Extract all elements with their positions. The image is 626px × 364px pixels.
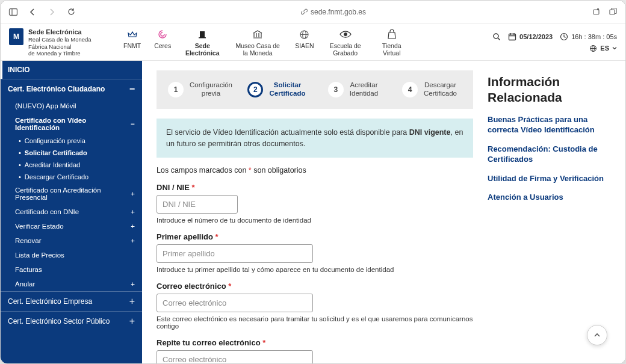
expand-icon: + <box>129 297 135 306</box>
email2-input[interactable] <box>156 350 313 363</box>
required-note: Los campos marcados con * son obligatori… <box>156 166 473 174</box>
email-label: Correo electrónico * <box>156 282 473 291</box>
info-notice: El servicio de Vídeo Identificación actu… <box>156 119 473 158</box>
email2-label: Repite tu correo electrónico * <box>156 338 473 347</box>
tabs-icon[interactable] <box>607 7 618 17</box>
svg-rect-4 <box>610 10 615 14</box>
nav-museo[interactable]: Museo Casa de la Moneda <box>234 28 282 57</box>
nav-escuela[interactable]: Escuela de Grabado <box>327 28 364 57</box>
lang-selector[interactable]: ES <box>589 44 617 52</box>
sidebar-renovar[interactable]: Renovar+ <box>1 233 142 248</box>
sidebar-verificar[interactable]: Verificar Estado+ <box>1 219 142 233</box>
expand-icon: + <box>131 190 135 197</box>
svg-rect-6 <box>199 37 206 39</box>
apellido-label: Primer apellido * <box>156 232 473 241</box>
clock-icon <box>560 32 568 41</box>
field-apellido: Primer apellido * Introduce tu primer ap… <box>156 232 473 273</box>
email-input[interactable] <box>156 294 313 312</box>
sidebar-home[interactable]: INICIO <box>1 61 142 79</box>
sidebar-cert-ciudadano[interactable]: Cert. Electrónico Ciudadano− <box>1 79 142 99</box>
nav-fnmt[interactable]: FNMT <box>123 28 141 57</box>
dni-input[interactable] <box>156 195 238 214</box>
browser-toolbar: sede.fnmt.gob.es <box>1 1 625 23</box>
sidebar-cert-sector[interactable]: Cert. Electrónico Sector Público+ <box>1 311 142 331</box>
apellido-input[interactable] <box>156 244 313 263</box>
sidebar-cert-acreditacion[interactable]: Certificado con Acreditación Presencial+ <box>1 183 142 205</box>
sidebar-cert-video[interactable]: Certificado con Vídeo Identificación− <box>1 113 142 135</box>
building-icon <box>196 28 208 40</box>
svg-point-11 <box>494 34 498 39</box>
nav-items: FNMT Ceres Sede Electrónica Museo Casa d… <box>123 28 486 57</box>
step-4[interactable]: 4DescargarCertificado <box>393 81 466 98</box>
chevron-down-icon <box>612 46 617 51</box>
date-display: 05/12/2023 <box>508 32 553 41</box>
aside-title: Información Relacionada <box>488 74 611 104</box>
bag-icon <box>386 28 398 40</box>
sidebar-descargar[interactable]: Descargar Certificado <box>1 171 142 183</box>
url-text: sede.fnmt.gob.es <box>311 8 366 16</box>
app-window: sede.fnmt.gob.es Sede Electrónica Real C… <box>0 0 626 364</box>
field-email-repeat: Repite tu correo electrónico * <box>156 338 473 363</box>
search-icon[interactable] <box>492 32 501 41</box>
step-2[interactable]: 2SolicitarCertificado <box>240 81 313 98</box>
aside-link-custodia[interactable]: Recomendación: Custodia de Certificados <box>488 144 611 165</box>
brand-logo-icon <box>9 28 23 45</box>
share-icon[interactable] <box>590 7 601 17</box>
svg-rect-13 <box>509 34 516 40</box>
time-display: 16h : 38m : 05s <box>560 32 617 41</box>
back-icon[interactable] <box>27 7 38 17</box>
expand-icon: + <box>131 280 135 288</box>
sidebar-config-previa[interactable]: Configuración previa <box>1 135 142 147</box>
sidebar-precios[interactable]: Lista de Precios <box>1 248 142 262</box>
sidebar-solicitar[interactable]: Solicitar Certificado <box>1 147 142 159</box>
sidebar-cert-empresa[interactable]: Cert. Electrónico Empresa+ <box>1 291 142 311</box>
sidebar-facturas[interactable]: Facturas <box>1 262 142 277</box>
forward-icon[interactable] <box>46 7 57 17</box>
nav-tienda[interactable]: Tienda Virtual <box>377 28 407 57</box>
sidebar-nuevo-app[interactable]: (NUEVO) App Móvil <box>1 99 142 113</box>
svg-line-12 <box>498 38 500 40</box>
expand-icon: + <box>131 237 135 244</box>
expand-icon: + <box>131 223 135 230</box>
chevron-up-icon <box>593 331 601 339</box>
step-3[interactable]: 3AcreditarIdentidad <box>317 81 389 98</box>
sidebar-toggle-icon[interactable] <box>8 7 19 17</box>
main: 1Configuraciónprevia 2SolicitarCertifica… <box>142 61 625 363</box>
address-bar[interactable]: sede.fnmt.gob.es <box>85 8 582 16</box>
crown-icon <box>126 28 138 40</box>
globe-small-icon <box>589 44 597 52</box>
dni-hint: Introduce el número de tu documento de i… <box>156 217 473 224</box>
sidebar-anular[interactable]: Anular+ <box>1 277 142 291</box>
nav-sede[interactable]: Sede Electrónica <box>184 28 220 57</box>
sidebar-cert-dnie[interactable]: Certificado con DNIe+ <box>1 205 142 219</box>
brand-text: Sede Electrónica Real Casa de la Moneda … <box>28 28 91 57</box>
field-email: Correo electrónico * Este correo electró… <box>156 282 473 330</box>
form-area: 1Configuraciónprevia 2SolicitarCertifica… <box>156 61 473 363</box>
dni-label: DNI / NIE * <box>156 183 473 192</box>
nav-ceres[interactable]: Ceres <box>154 28 171 57</box>
svg-point-3 <box>597 8 598 10</box>
svg-rect-5 <box>200 31 205 38</box>
field-dni: DNI / NIE * Introduce el número de tu do… <box>156 183 473 224</box>
wizard-steps: 1Configuraciónprevia 2SolicitarCertifica… <box>156 70 473 109</box>
lock-icon <box>301 8 308 15</box>
top-nav: Sede Electrónica Real Casa de la Moneda … <box>1 23 625 61</box>
svg-rect-0 <box>10 8 17 15</box>
expand-icon: + <box>131 208 135 215</box>
museum-icon <box>252 28 264 40</box>
nav-siaen[interactable]: SIAEN <box>295 28 314 57</box>
expand-icon: + <box>129 316 135 326</box>
scroll-top-button[interactable] <box>587 325 607 345</box>
sidebar-acreditar[interactable]: Acreditar Identidad <box>1 159 142 171</box>
brand[interactable]: Sede Electrónica Real Casa de la Moneda … <box>9 28 117 57</box>
reload-icon[interactable] <box>66 7 76 17</box>
email-hint: Este correo electrónico es necesario par… <box>156 315 473 330</box>
sidebar: INICIO Cert. Electrónico Ciudadano− (NUE… <box>1 61 142 363</box>
aside-link-atencion[interactable]: Atención a Usuarios <box>488 192 611 203</box>
aside-info: Información Relacionada Buenas Prácticas… <box>488 61 611 363</box>
aside-link-firma[interactable]: Utilidad de Firma y Verificación <box>488 173 611 184</box>
content: INICIO Cert. Electrónico Ciudadano− (NUE… <box>1 61 625 363</box>
step-1[interactable]: 1Configuraciónprevia <box>164 81 237 98</box>
calendar-icon <box>508 32 516 41</box>
aside-link-practicas[interactable]: Buenas Prácticas para una correcta Vídeo… <box>488 114 611 135</box>
